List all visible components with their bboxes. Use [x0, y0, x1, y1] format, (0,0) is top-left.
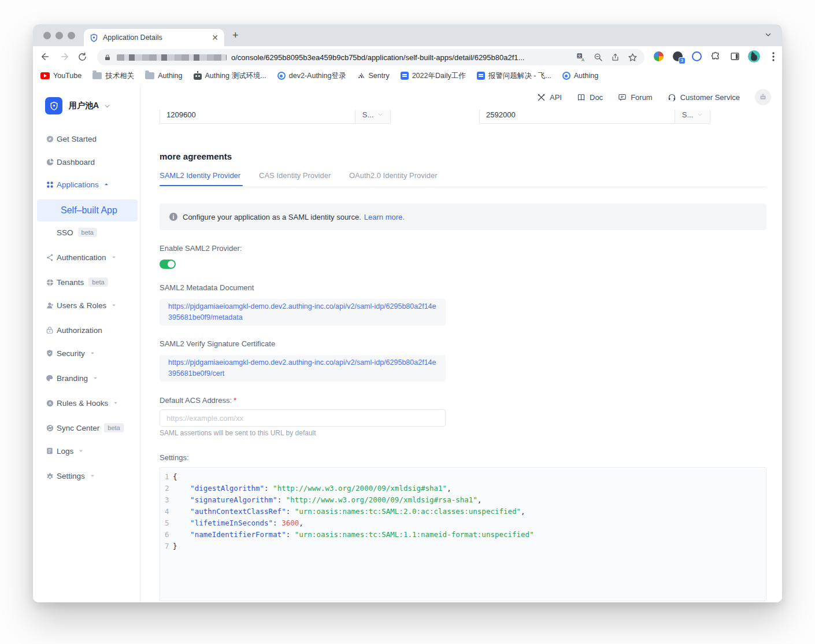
new-tab-button[interactable]: + [232, 31, 239, 40]
bookmark-dev2-authing[interactable]: dev2-Authing登录 [277, 71, 346, 81]
info-icon: i [169, 213, 177, 221]
sidebar-item-rules-hooks[interactable]: A Rules & Hooks [33, 393, 140, 413]
browser-window: Application Details ✕ + o/console/6295b8… [33, 24, 782, 602]
svg-text:A: A [581, 57, 584, 62]
tabs-divider [160, 187, 766, 187]
lock-icon [104, 54, 111, 61]
back-icon[interactable] [39, 50, 51, 63]
beta-badge: beta [78, 228, 97, 237]
caret-down-icon [113, 400, 118, 406]
unit-select-2[interactable]: S... [675, 110, 710, 124]
traffic-light-minimize[interactable] [55, 32, 63, 39]
browser-tab[interactable]: Application Details ✕ [84, 29, 224, 46]
acs-address-input[interactable] [160, 409, 446, 427]
caret-down-icon [92, 375, 98, 381]
tab-oauth2-idp[interactable]: OAuth2.0 Identity Provider [349, 171, 437, 180]
extension-blue-ring-icon[interactable] [691, 50, 703, 62]
caret-down-icon [111, 302, 117, 308]
menu-kebab-icon[interactable] [767, 50, 779, 62]
youtube-icon [40, 72, 50, 79]
console-topbar: API Doc Forum [140, 84, 782, 110]
extensions-row: 3 [653, 50, 779, 62]
sidebar-item-authorization[interactable]: Authorization [33, 320, 140, 340]
sidebar-item-settings[interactable]: Settings [33, 465, 140, 486]
sentry-icon [357, 72, 365, 80]
metadata-url-box: https://pjdgamiaeioamgkl-demo.dev2.authi… [160, 299, 446, 325]
url-text: o/console/6295b8095b3ea459b9cb75bd/appli… [231, 53, 568, 62]
timeout-input-2[interactable] [479, 110, 675, 124]
extension-dark-icon[interactable]: 3 [672, 50, 684, 62]
doc-icon [477, 72, 485, 80]
tab-saml2-idp[interactable]: SAML2 Identity Provider [160, 171, 240, 180]
gear-icon [45, 471, 54, 480]
sidebar-item-applications[interactable]: Applications [33, 174, 140, 195]
sidebar-item-security[interactable]: Security [33, 343, 140, 364]
bookmark-folder-tech[interactable]: 技术相关 [92, 71, 134, 81]
bookmark-alarm-doc[interactable]: 报警问题解决 - 飞... [477, 71, 551, 81]
bookmark-folder-authing[interactable]: Authing [145, 72, 182, 80]
extension-colorful-icon[interactable] [653, 50, 665, 62]
circled-a-icon: A [45, 398, 54, 408]
lock-icon [45, 325, 54, 335]
learn-more-link[interactable]: Learn more. [364, 213, 405, 221]
side-panel-icon[interactable] [729, 50, 741, 62]
userpool-name: 用户池A [69, 101, 99, 111]
pie-chart-icon [45, 157, 54, 166]
user-avatar[interactable] [755, 89, 771, 105]
caret-up-icon [103, 182, 109, 187]
bookmark-daily-doc[interactable]: 2022年Daily工作 [401, 71, 466, 81]
bookmark-star-icon[interactable] [628, 53, 638, 62]
tab-close-icon[interactable]: ✕ [212, 34, 218, 42]
code-line: 2 "digestAlgorithm": "http://www.w3.org/… [165, 483, 766, 494]
code-line: 1{ [165, 471, 766, 483]
logs-list-icon [45, 446, 54, 456]
api-link[interactable]: API [537, 93, 562, 102]
sync-icon [45, 423, 54, 432]
bookmark-authing-test[interactable]: Authing 测试环境... [194, 71, 266, 81]
unit-select-1[interactable]: S... [355, 110, 391, 124]
saml2-toggle[interactable] [160, 260, 176, 269]
bookmark-sentry[interactable]: Sentry [357, 72, 390, 80]
extensions-puzzle-icon[interactable] [710, 50, 722, 62]
bookmark-authing[interactable]: Authing [562, 72, 598, 80]
sidebar-item-self-built-app[interactable]: Self–built App [37, 199, 138, 221]
chevron-down-icon [104, 103, 110, 109]
sidebar-item-dashboard[interactable]: Dashboard [33, 151, 140, 172]
code-line: 6 "nameIdentifierFormat": "urn:oasis:nam… [165, 529, 766, 541]
zoom-icon[interactable] [594, 53, 603, 62]
sidebar-item-branding[interactable]: Branding [33, 368, 140, 388]
profile-avatar[interactable] [748, 50, 760, 62]
customer-service-link[interactable]: Customer Service [668, 93, 740, 102]
timeout-input-1[interactable] [160, 110, 355, 124]
sidebar-item-tenants[interactable]: Tenants beta [33, 272, 140, 293]
sidebar-item-sync-center[interactable]: Sync Center beta [33, 417, 140, 438]
sidebar-item-authentication[interactable]: Authentication [33, 247, 140, 268]
reload-icon[interactable] [76, 50, 88, 63]
browser-toolbar: o/console/6295b8095b3ea459b9cb75bd/appli… [33, 46, 782, 67]
tab-search-chevron-icon[interactable] [765, 31, 772, 38]
timeout-field-2: S... [479, 110, 710, 124]
doc-link[interactable]: Doc [577, 93, 603, 102]
forward-icon[interactable] [58, 50, 71, 63]
share-icon[interactable] [611, 53, 620, 62]
share-nodes-icon [45, 253, 54, 262]
beta-badge: beta [104, 423, 123, 432]
tab-cas-idp[interactable]: CAS Identity Provider [259, 171, 331, 180]
sidebar: 用户池A Get Started Dashboard [33, 84, 140, 602]
cert-url-link[interactable]: https://pjdgamiaeioamgkl-demo.dev2.authi… [168, 358, 436, 377]
sidebar-item-logs[interactable]: Logs [33, 441, 140, 461]
required-asterisk: * [234, 396, 236, 405]
sidebar-item-get-started[interactable]: Get Started [33, 128, 140, 149]
address-bar[interactable]: o/console/6295b8095b3ea459b9cb75bd/appli… [97, 49, 644, 65]
metadata-url-link[interactable]: https://pjdgamiaeioamgkl-demo.dev2.authi… [168, 302, 436, 321]
forum-link[interactable]: Forum [618, 93, 653, 102]
sidebar-item-users-roles[interactable]: Users & Roles [33, 295, 140, 316]
userpool-switcher[interactable]: 用户池A [45, 97, 110, 114]
bookmark-youtube[interactable]: YouTube [40, 72, 82, 80]
traffic-light-close[interactable] [43, 32, 51, 39]
sidebar-item-sso[interactable]: SSO beta [33, 222, 140, 243]
settings-code-editor[interactable]: 1{2 "digestAlgorithm": "http://www.w3.or… [160, 467, 766, 601]
bookmarks-bar: YouTube 技术相关 Authing Authing 测试环境... dev… [33, 67, 782, 85]
translate-icon[interactable]: 文A [576, 53, 586, 62]
traffic-light-zoom[interactable] [68, 32, 75, 39]
